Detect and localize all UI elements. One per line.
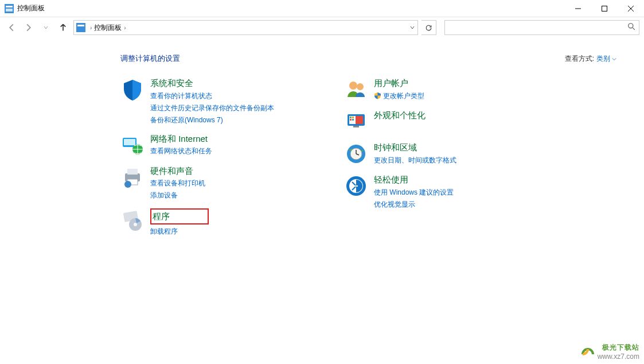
category-title[interactable]: 外观和个性化 xyxy=(374,110,426,121)
svg-line-10 xyxy=(633,28,635,30)
search-box[interactable] xyxy=(444,20,639,35)
category-link[interactable]: 查看你的计算机状态 xyxy=(150,91,274,101)
highlight-annotation: 程序 xyxy=(150,208,209,224)
svg-rect-28 xyxy=(350,119,352,121)
close-button[interactable] xyxy=(618,0,644,17)
category-hardware: 硬件和声音 查看设备和打印机 添加设备 xyxy=(120,165,298,201)
shield-icon[interactable] xyxy=(120,78,145,102)
category-link[interactable]: 卸载程序 xyxy=(150,226,209,237)
svg-rect-1 xyxy=(6,6,13,7)
category-link[interactable]: 使用 Windows 建议的设置 xyxy=(374,187,454,198)
category-programs: 程序 卸载程序 xyxy=(120,208,298,237)
window-title: 控制面板 xyxy=(17,3,565,13)
watermark-logo-icon xyxy=(580,344,595,359)
breadcrumb-root[interactable]: 控制面板 xyxy=(94,23,122,33)
minimize-button[interactable] xyxy=(565,0,591,17)
watermark-url: www.xz7.com xyxy=(598,353,639,361)
category-title[interactable]: 系统和安全 xyxy=(150,78,274,89)
view-by-value[interactable]: 类别 xyxy=(596,54,616,64)
category-link[interactable]: 更改日期、时间或数字格式 xyxy=(374,155,456,165)
svg-rect-12 xyxy=(124,139,135,145)
page-heading: 调整计算机的设置 xyxy=(120,54,180,64)
svg-point-22 xyxy=(357,83,364,90)
category-ease-of-access: 轻松使用 使用 Windows 建议的设置 优化视觉显示 xyxy=(344,174,522,210)
category-title[interactable]: 硬件和声音 xyxy=(150,165,205,177)
category-link[interactable]: 添加设备 xyxy=(150,190,205,200)
svg-rect-4 xyxy=(602,6,607,11)
chevron-right-icon: › xyxy=(124,25,126,31)
category-column-right: 用户帐户 更改帐户类型 外观和个性化 xyxy=(344,78,522,237)
address-dropdown-icon[interactable] xyxy=(409,22,415,33)
category-user-accounts: 用户帐户 更改帐户类型 xyxy=(344,78,522,102)
category-title[interactable]: 时钟和区域 xyxy=(374,142,456,153)
category-link[interactable]: 查看网络状态和任务 xyxy=(150,146,212,156)
forward-button[interactable] xyxy=(22,21,36,34)
svg-rect-15 xyxy=(127,169,138,175)
category-link[interactable]: 备份和还原(Windows 7) xyxy=(150,115,274,125)
chevron-down-icon xyxy=(612,57,616,61)
category-link[interactable]: 优化视觉显示 xyxy=(374,199,454,210)
ease-of-access-icon[interactable] xyxy=(344,174,368,198)
address-bar[interactable]: › 控制面板 › xyxy=(73,20,418,35)
svg-rect-30 xyxy=(353,126,359,127)
search-input[interactable] xyxy=(448,24,627,32)
maximize-button[interactable] xyxy=(591,0,618,17)
window-controls xyxy=(565,0,644,17)
clock-globe-icon[interactable] xyxy=(344,142,368,166)
back-button[interactable] xyxy=(5,21,18,34)
address-icon xyxy=(76,23,85,32)
up-button[interactable] xyxy=(56,21,70,34)
navigation-bar: › 控制面板 › xyxy=(0,17,644,38)
category-appearance: 外观和个性化 xyxy=(344,110,522,134)
category-system-security: 系统和安全 查看你的计算机状态 通过文件历史记录保存你的文件备份副本 备份和还原… xyxy=(120,78,298,125)
titlebar: 控制面板 xyxy=(0,0,644,17)
category-network: 网络和 Internet 查看网络状态和任务 xyxy=(120,133,298,157)
category-title[interactable]: 网络和 Internet xyxy=(150,133,212,145)
svg-rect-27 xyxy=(352,117,354,118)
view-by: 查看方式: 类别 xyxy=(565,54,616,64)
users-icon[interactable] xyxy=(344,78,368,102)
control-panel-icon xyxy=(5,4,14,13)
printer-icon[interactable] xyxy=(120,165,145,189)
category-title[interactable]: 程序 xyxy=(153,211,204,222)
svg-point-17 xyxy=(124,181,131,188)
category-title[interactable]: 轻松使用 xyxy=(374,174,454,185)
svg-rect-29 xyxy=(352,119,354,121)
svg-rect-7 xyxy=(76,23,85,32)
watermark: 极光下载站 www.xz7.com xyxy=(580,343,639,361)
search-icon[interactable] xyxy=(627,22,635,33)
category-column-left: 系统和安全 查看你的计算机状态 通过文件历史记录保存你的文件备份副本 备份和还原… xyxy=(120,78,298,237)
recent-dropdown[interactable] xyxy=(39,21,53,34)
svg-rect-26 xyxy=(350,117,352,118)
chevron-right-icon: › xyxy=(90,25,92,31)
uac-shield-icon xyxy=(374,92,381,99)
refresh-button[interactable] xyxy=(421,20,436,35)
category-clock: 时钟和区域 更改日期、时间或数字格式 xyxy=(344,142,522,166)
category-link[interactable]: 查看设备和打印机 xyxy=(150,178,205,188)
category-link[interactable]: 更改帐户类型 xyxy=(383,91,424,101)
svg-rect-25 xyxy=(356,116,363,124)
svg-point-21 xyxy=(349,82,357,90)
category-link[interactable]: 通过文件历史记录保存你的文件备份副本 xyxy=(150,103,274,113)
watermark-title: 极光下载站 xyxy=(598,343,639,353)
svg-point-9 xyxy=(629,24,633,28)
monitor-appearance-icon[interactable] xyxy=(344,110,368,134)
svg-rect-2 xyxy=(6,9,13,11)
disc-icon[interactable] xyxy=(120,208,145,233)
view-by-label: 查看方式: xyxy=(565,54,594,64)
content-area: 调整计算机的设置 查看方式: 类别 系统和安全 查看你的计算机状态 通过文件历史… xyxy=(0,38,644,237)
category-title[interactable]: 用户帐户 xyxy=(374,78,424,89)
globe-monitor-icon[interactable] xyxy=(120,133,145,157)
svg-rect-8 xyxy=(77,25,84,26)
